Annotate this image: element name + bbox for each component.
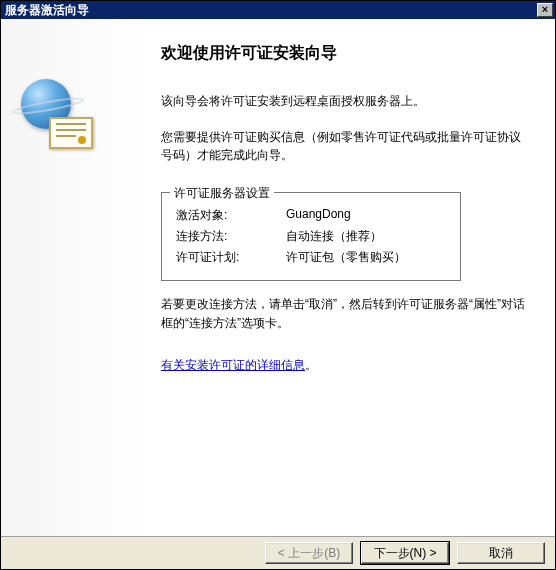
close-icon: × bbox=[542, 3, 548, 15]
client-area: 欢迎使用许可证安装向导 该向导会将许可证安装到远程桌面授权服务器上。 您需要提供… bbox=[1, 19, 555, 569]
row-value: 自动连接（推荐） bbox=[286, 228, 446, 245]
cancel-button[interactable]: 取消 bbox=[457, 542, 545, 564]
next-button[interactable]: 下一步(N) > bbox=[361, 542, 449, 564]
group-title: 许可证服务器设置 bbox=[170, 185, 274, 202]
settings-row: 许可证计划: 许可证包（零售购买） bbox=[176, 249, 446, 266]
wizard-main: 欢迎使用许可证安装向导 该向导会将许可证安装到远程桌面授权服务器上。 您需要提供… bbox=[151, 19, 555, 536]
wizard-sidebar bbox=[1, 19, 151, 536]
server-settings-group: 许可证服务器设置 激活对象: GuangDong 连接方法: 自动连接（推荐） … bbox=[161, 192, 461, 281]
page-heading: 欢迎使用许可证安装向导 bbox=[161, 43, 525, 64]
window-title: 服务器激活向导 bbox=[5, 2, 89, 19]
settings-row: 激活对象: GuangDong bbox=[176, 207, 446, 224]
wizard-graphic bbox=[21, 79, 71, 129]
row-label: 许可证计划: bbox=[176, 249, 286, 266]
titlebar: 服务器激活向导 × bbox=[1, 1, 555, 19]
info-link-line: 有关安装许可证的详细信息。 bbox=[161, 357, 525, 374]
row-label: 连接方法: bbox=[176, 228, 286, 245]
certificate-icon bbox=[49, 117, 93, 149]
row-label: 激活对象: bbox=[176, 207, 286, 224]
link-suffix: 。 bbox=[305, 358, 317, 372]
close-button[interactable]: × bbox=[537, 3, 553, 17]
description-2: 您需要提供许可证购买信息（例如零售许可证代码或批量许可证协议号码）才能完成此向导… bbox=[161, 128, 525, 164]
content-area: 欢迎使用许可证安装向导 该向导会将许可证安装到远程桌面授权服务器上。 您需要提供… bbox=[1, 19, 555, 537]
settings-row: 连接方法: 自动连接（推荐） bbox=[176, 228, 446, 245]
connection-note: 若要更改连接方法，请单击“取消”，然后转到许可证服务器“属性”对话框的“连接方法… bbox=[161, 295, 525, 333]
back-button[interactable]: < 上一步(B) bbox=[265, 542, 353, 564]
row-value: GuangDong bbox=[286, 207, 446, 224]
row-value: 许可证包（零售购买） bbox=[286, 249, 446, 266]
button-bar: < 上一步(B) 下一步(N) > 取消 bbox=[1, 537, 555, 569]
details-link[interactable]: 有关安装许可证的详细信息 bbox=[161, 358, 305, 372]
description-1: 该向导会将许可证安装到远程桌面授权服务器上。 bbox=[161, 92, 525, 110]
wizard-window: 服务器激活向导 × 欢迎使用许可证安装向导 该向导会将许可 bbox=[0, 0, 556, 570]
